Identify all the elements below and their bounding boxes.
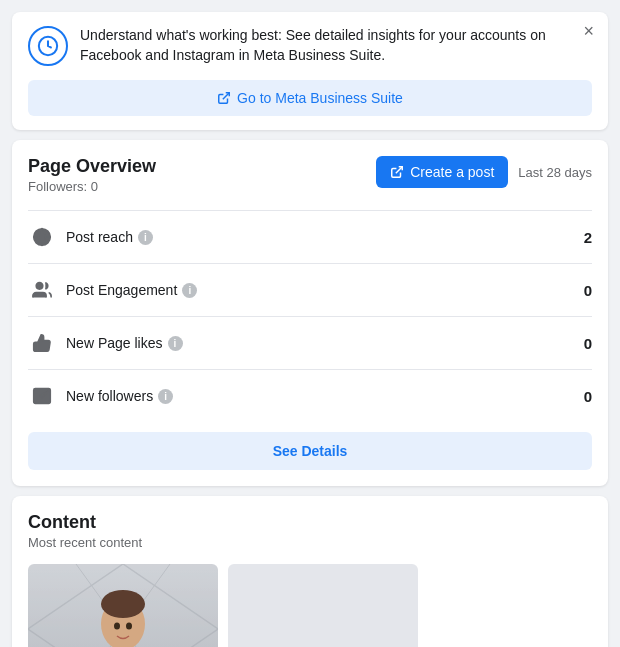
overview-subtitle: Followers: 0 [28, 179, 156, 194]
content-image-1[interactable] [28, 564, 218, 647]
globe-icon [28, 223, 56, 251]
new-followers-info-icon[interactable]: i [158, 389, 173, 404]
meta-business-suite-button[interactable]: Go to Meta Business Suite [28, 80, 592, 116]
svg-point-5 [36, 283, 43, 290]
overview-card: Page Overview Followers: 0 Create a post… [12, 140, 608, 486]
post-engagement-value: 0 [584, 282, 592, 299]
create-post-button[interactable]: Create a post [376, 156, 508, 188]
close-button[interactable]: × [583, 22, 594, 40]
post-engagement-info-icon[interactable]: i [182, 283, 197, 298]
overview-header: Page Overview Followers: 0 Create a post… [28, 156, 592, 194]
banner-card: × Understand what's working best: See de… [12, 12, 608, 130]
banner-content: Understand what's working best: See deta… [28, 26, 592, 66]
metric-row-post-reach: Post reach i 2 [28, 210, 592, 263]
svg-line-1 [223, 93, 229, 99]
content-subtitle: Most recent content [28, 535, 592, 550]
new-page-likes-value: 0 [584, 335, 592, 352]
see-details-button[interactable]: See Details [28, 432, 592, 470]
post-reach-label: Post reach i [66, 229, 584, 245]
person-silhouette [28, 564, 218, 647]
post-reach-info-icon[interactable]: i [138, 230, 153, 245]
new-followers-label: New followers i [66, 388, 584, 404]
new-page-likes-info-icon[interactable]: i [168, 336, 183, 351]
content-image-2[interactable] [228, 564, 418, 647]
meta-business-suite-label: Go to Meta Business Suite [237, 90, 403, 106]
metric-row-post-engagement: Post Engagement i 0 [28, 263, 592, 316]
svg-point-17 [101, 590, 145, 618]
create-post-label: Create a post [410, 164, 494, 180]
post-reach-value: 2 [584, 229, 592, 246]
people-icon [28, 276, 56, 304]
new-page-likes-label: New Page likes i [66, 335, 584, 351]
overview-title: Page Overview [28, 156, 156, 177]
svg-point-25 [114, 623, 120, 630]
post-engagement-label: Post Engagement i [66, 282, 584, 298]
content-images [28, 564, 592, 647]
edit-icon [390, 165, 404, 179]
svg-point-26 [126, 623, 132, 630]
meta-icon [28, 26, 68, 66]
svg-line-2 [396, 167, 402, 173]
metric-row-new-followers: New followers i 0 [28, 369, 592, 422]
banner-message: Understand what's working best: See deta… [80, 26, 592, 65]
external-link-icon [217, 91, 231, 105]
checkbadge-icon [28, 382, 56, 410]
overview-header-right: Create a post Last 28 days [376, 156, 592, 188]
new-followers-value: 0 [584, 388, 592, 405]
overview-title-block: Page Overview Followers: 0 [28, 156, 156, 194]
thumbsup-icon [28, 329, 56, 357]
content-title: Content [28, 512, 592, 533]
content-card: Content Most recent content [12, 496, 608, 647]
metric-row-new-page-likes: New Page likes i 0 [28, 316, 592, 369]
date-range: Last 28 days [518, 165, 592, 180]
